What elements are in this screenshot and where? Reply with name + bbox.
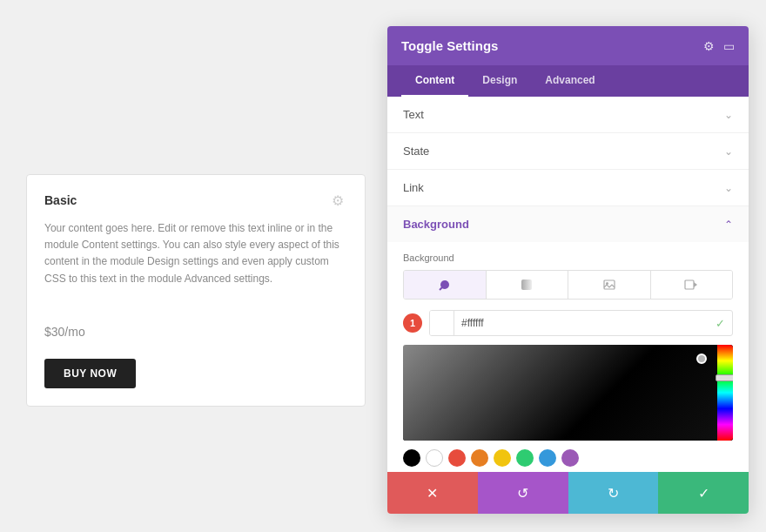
swatch-white[interactable]: [426, 449, 443, 467]
svg-rect-4: [685, 280, 694, 289]
panel-tabs: Content Design Advanced: [387, 65, 749, 97]
hue-handle: [716, 374, 733, 381]
preview-card: Basic ⚙ Your content goes here. Edit or …: [26, 174, 366, 407]
bg-type-video[interactable]: [651, 271, 733, 299]
buy-now-button[interactable]: Buy now: [44, 359, 136, 388]
settings-panel: Toggle Settings ⚙ ▭ Content Design Advan…: [387, 26, 749, 514]
color-index-badge: 1: [403, 313, 422, 333]
bg-type-icons: [403, 270, 733, 300]
card-title: Basic: [44, 193, 77, 207]
tab-content[interactable]: Content: [401, 65, 468, 97]
svg-point-3: [606, 282, 608, 285]
swatch-blue[interactable]: [539, 449, 556, 467]
section-background-label: Background: [403, 218, 469, 231]
save-button[interactable]: ✓: [658, 472, 749, 514]
section-link-label: Link: [403, 181, 424, 194]
svg-rect-1: [521, 279, 532, 290]
color-row: 1 #ffffff ✓: [403, 310, 733, 336]
tab-design[interactable]: Design: [468, 65, 531, 97]
color-hex-value: #ffffff: [454, 313, 709, 333]
reset-button[interactable]: ↺: [478, 472, 568, 514]
color-fill-icon: [438, 278, 452, 292]
picker-handle: [696, 354, 707, 364]
color-swatch[interactable]: [430, 311, 454, 335]
panel-header: Toggle Settings ⚙ ▭: [387, 26, 749, 65]
svg-marker-5: [694, 282, 697, 287]
panel-footer: ✕ ↺ ↻ ✓: [387, 472, 749, 514]
swatch-orange[interactable]: [471, 449, 488, 467]
swatch-purple[interactable]: [561, 449, 579, 467]
card-header: Basic ⚙: [44, 192, 347, 208]
color-picker-area[interactable]: [403, 345, 733, 441]
section-state[interactable]: State ⌄: [387, 133, 749, 170]
panel-title: Toggle Settings: [401, 38, 498, 53]
check-icon[interactable]: ✓: [709, 313, 732, 333]
swatch-green[interactable]: [516, 449, 534, 467]
settings-icon[interactable]: ⚙: [703, 39, 715, 53]
chevron-up-icon: ⌃: [724, 219, 733, 231]
chevron-down-icon: ⌄: [724, 182, 733, 194]
bg-type-gradient[interactable]: [487, 271, 569, 299]
color-input-row[interactable]: #ffffff ✓: [429, 310, 733, 336]
bg-type-image[interactable]: [568, 271, 651, 299]
bg-color-label: Background: [403, 253, 733, 263]
collapse-icon[interactable]: ▭: [723, 39, 735, 53]
tab-advanced[interactable]: Advanced: [531, 65, 608, 97]
bg-content: Background: [387, 242, 749, 472]
video-icon: [684, 278, 698, 292]
bg-type-color[interactable]: [404, 271, 487, 299]
chevron-down-icon: ⌄: [724, 109, 733, 121]
swatch-red[interactable]: [448, 449, 466, 467]
hue-slider[interactable]: [717, 345, 733, 441]
chevron-down-icon: ⌄: [724, 145, 733, 158]
card-price: $30/mo: [44, 303, 347, 345]
section-link[interactable]: Link ⌄: [387, 170, 749, 206]
card-body-text: Your content goes here. Edit or remove t…: [44, 220, 347, 287]
section-text[interactable]: Text ⌄: [387, 97, 749, 133]
white-overlay: [403, 345, 716, 393]
swatch-yellow[interactable]: [494, 449, 511, 467]
gradient-icon: [520, 278, 534, 292]
image-icon: [602, 278, 616, 292]
color-swatches: [403, 449, 733, 467]
redo-button[interactable]: ↻: [568, 472, 659, 514]
swatch-black[interactable]: [403, 449, 420, 467]
panel-body: Text ⌄ State ⌄ Link ⌄ Background ⌃ Backg…: [387, 97, 749, 472]
bg-section-header[interactable]: Background ⌃: [387, 206, 749, 242]
panel-header-icons: ⚙ ▭: [703, 39, 735, 53]
color-gradient-canvas[interactable]: [403, 345, 733, 441]
section-text-label: Text: [403, 108, 424, 121]
gear-icon[interactable]: ⚙: [332, 192, 347, 208]
section-state-label: State: [403, 145, 429, 158]
cancel-button[interactable]: ✕: [387, 472, 478, 514]
section-background: Background ⌃ Background: [387, 206, 749, 472]
